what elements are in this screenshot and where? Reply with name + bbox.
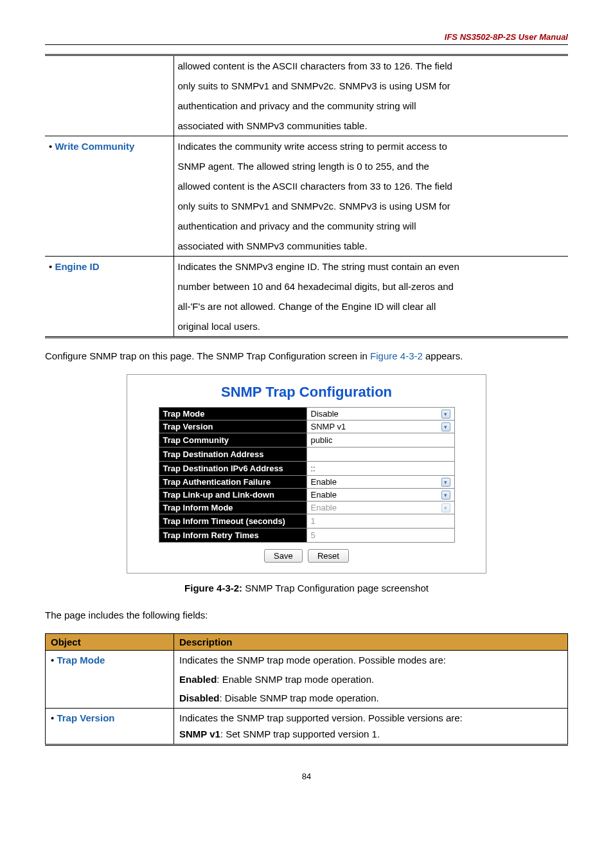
trap-mode-select[interactable]: Disable▾ (306, 408, 454, 420)
trap-version-row-desc: Indicates the SNMP trap supported versio… (174, 708, 568, 745)
trap-inform-retry-label: Trap Inform Retry Times (159, 529, 306, 543)
trap-community-label: Trap Community (159, 433, 306, 448)
intro-paragraph: Configure SNMP trap on this page. The SN… (45, 348, 568, 364)
cont-desc-line: authentication and privacy and the commu… (173, 96, 568, 116)
write-community-label-cell: • Write Community (45, 136, 173, 257)
engine-id-desc: all-'F's are not allowed. Change of the … (173, 296, 568, 316)
chevron-down-icon: ▾ (441, 410, 450, 419)
write-community-desc: allowed content is the ASCII characters … (173, 176, 568, 196)
engine-id-desc: number between 10 and 64 hexadecimal dig… (173, 276, 568, 296)
fields-intro: The page includes the following fields: (45, 608, 568, 623)
write-community-desc: only suits to SNMPv1 and SNMPv2c. SNMPv3… (173, 196, 568, 216)
trap-dest-addr-input[interactable] (311, 449, 450, 460)
page-number: 84 (45, 772, 568, 781)
trap-mode-row-label: • Trap Mode (46, 651, 174, 709)
write-community-desc: associated with SNMPv3 communities table… (173, 236, 568, 257)
page-header: IFS NS3502-8P-2S User Manual (45, 32, 568, 45)
engine-id-desc: original local users. (173, 316, 568, 338)
fields-header-object: Object (46, 634, 174, 651)
chevron-down-icon: ▾ (441, 491, 450, 500)
trap-inform-timeout-input (311, 516, 450, 527)
trap-link-label: Trap Link-up and Link-down (159, 489, 306, 502)
definitions-table: allowed content is the ASCII characters … (45, 54, 568, 338)
cont-desc-line: only suits to SNMPv1 and SNMPv2c. SNMPv3… (173, 76, 568, 96)
trap-inform-retry-input (311, 530, 450, 541)
write-community-desc: Indicates the community write access str… (173, 136, 568, 157)
trap-mode-label: Trap Mode (159, 408, 306, 420)
engine-id-label: Engine ID (55, 261, 99, 272)
engine-id-desc: Indicates the SNMPv3 engine ID. The stri… (173, 257, 568, 277)
cont-desc-line: associated with SNMPv3 communities table… (173, 116, 568, 136)
reset-button[interactable]: Reset (308, 549, 349, 563)
trap-version-row-label: • Trap Version (46, 708, 174, 745)
save-button[interactable]: Save (264, 549, 303, 563)
write-community-desc: SNMP agent. The allowed string length is… (173, 156, 568, 176)
panel-title: SNMP Trap Configuration (143, 384, 470, 401)
trap-community-input[interactable] (311, 435, 450, 446)
chevron-down-icon: ▾ (441, 422, 450, 431)
cell-blank (45, 55, 173, 136)
trap-mode-row-desc: Indicates the SNMP trap mode operation. … (174, 651, 568, 670)
config-table: Trap Mode Disable▾ Trap Version SNMP v1▾… (159, 407, 455, 543)
trap-dest-addr-label: Trap Destination Address (159, 448, 306, 462)
trap-dest-ipv6-input[interactable] (311, 463, 450, 474)
chevron-down-icon: ▾ (441, 503, 450, 512)
snmp-trap-config-panel: SNMP Trap Configuration Trap Mode Disabl… (127, 374, 486, 574)
trap-inform-timeout-label: Trap Inform Timeout (seconds) (159, 514, 306, 529)
cont-desc-line: allowed content is the ASCII characters … (173, 55, 568, 77)
trap-inform-mode-select: Enable▾ (306, 502, 454, 514)
trap-mode-row-desc: Disabled: Disable SNMP trap mode operati… (174, 689, 568, 708)
trap-version-select[interactable]: SNMP v1▾ (306, 420, 454, 433)
write-community-desc: authentication and privacy and the commu… (173, 216, 568, 236)
trap-version-label: Trap Version (159, 420, 306, 433)
trap-dest-ipv6-label: Trap Destination IPv6 Address (159, 462, 306, 476)
figure-caption: Figure 4-3-2: SNMP Trap Configuration pa… (45, 583, 568, 593)
trap-auth-fail-label: Trap Authentication Failure (159, 476, 306, 489)
trap-inform-mode-label: Trap Inform Mode (159, 502, 306, 514)
trap-mode-row-desc: Enabled: Enable SNMP trap mode operation… (174, 670, 568, 689)
fields-table: Object Description • Trap Mode Indicates… (45, 633, 568, 746)
fields-header-description: Description (174, 634, 568, 651)
trap-link-select[interactable]: Enable▾ (306, 489, 454, 502)
figure-reference: Figure 4-3-2 (370, 350, 423, 361)
engine-id-label-cell: • Engine ID (45, 257, 173, 338)
chevron-down-icon: ▾ (441, 478, 450, 487)
write-community-label: Write Community (55, 141, 134, 152)
trap-auth-fail-select[interactable]: Enable▾ (306, 476, 454, 489)
